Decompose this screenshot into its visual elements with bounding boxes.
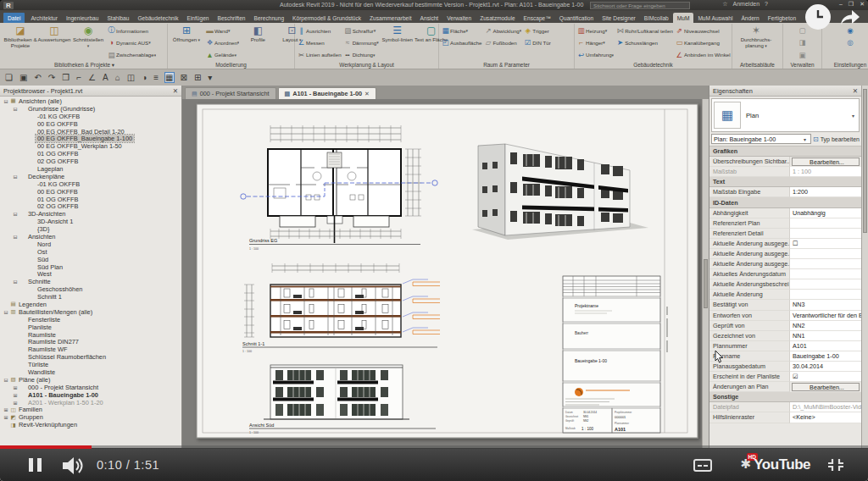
property-row[interactable]: Aktuelle Änderung <box>709 290 861 300</box>
view-tab-baueingabe[interactable]: ▤ A101 - Baueingabe 1-00 ✕ <box>278 87 376 99</box>
edit-type-button[interactable]: ⊡ Typ bearbeiten <box>813 135 860 143</box>
ribbon-button[interactable]: ✶ Durchbruchs-planung ▾ <box>734 25 778 61</box>
ribbon-tab[interactable]: Körpermodell & Grundstück <box>288 13 365 24</box>
customize-icon[interactable]: ▾ <box>208 73 212 82</box>
tree-item[interactable]: Schlüssel Raumoberflächen <box>3 353 181 361</box>
properties-icon[interactable]: ▦ <box>165 73 173 82</box>
progress-bar[interactable] <box>0 445 868 449</box>
tree-expander-icon[interactable]: ⊟ <box>3 309 9 315</box>
tree-item[interactable]: ⊞ ◩ Gruppen <box>3 413 181 421</box>
ribbon-button[interactable]: ☰ Symbol-linien <box>381 25 415 61</box>
ribbon-button[interactable]: ▨ Schraffur ▾ <box>343 25 379 36</box>
ribbon-button[interactable]: ◑ Dynamic AUS ▾ <box>107 36 156 48</box>
ribbon-tab[interactable]: Enscape™ <box>520 13 555 24</box>
tree-item[interactable]: Nord <box>3 240 181 248</box>
tree-item[interactable]: Türliste <box>3 361 181 368</box>
tree-item[interactable]: ⊟ Schnitte <box>3 278 181 285</box>
view-tab-startansicht[interactable]: ▤ 000 - Projekt Startansicht <box>185 87 276 99</box>
ribbon-tab[interactable]: Beschriften <box>214 13 250 24</box>
ribbon-button[interactable]: ⌐ Hänger ▾ <box>576 36 614 48</box>
minimize-button[interactable]: – <box>839 1 843 8</box>
property-row[interactable]: Sonstige <box>709 392 861 402</box>
ribbon-tab[interactable]: MuM <box>673 13 694 24</box>
ribbon-tab[interactable]: Zusatzmodule <box>476 13 519 24</box>
type-selector[interactable]: ▦ Plan ▾ <box>711 98 860 132</box>
tree-item[interactable]: 00 EG OKFFB_Bad Detail 1-20 <box>3 128 181 135</box>
tree-item[interactable]: ⊟ Deckenpläne <box>3 173 181 180</box>
close-hidden-windows-icon[interactable]: ⊠ <box>181 73 187 82</box>
property-row[interactable]: Aktuelle Änderung ausgege... ☐ <box>709 239 861 249</box>
tree-item[interactable]: -01 KG OKFFB <box>3 180 181 188</box>
tree-item[interactable]: Geschosshöhen <box>3 285 181 293</box>
properties-scrollbar[interactable] <box>861 86 868 481</box>
property-row[interactable]: Aktuelles Änderungsdatum <box>709 269 861 279</box>
ribbon-button[interactable]: ↗ Abwicklung ▾ <box>484 25 522 36</box>
ribbon-tab[interactable]: Ingenieurbau <box>62 13 103 24</box>
tree-item[interactable]: -01 KG OKFFB <box>3 113 181 120</box>
tree-item[interactable]: Raumliste <box>3 331 181 339</box>
property-row[interactable]: Maßstab Eingabe 1:200 <box>709 187 861 197</box>
ribbon-button[interactable]: ➤ Schusslängen <box>615 36 673 48</box>
tree-item[interactable]: ⊟ ▥ Bauteillisten/Mengen (alle) <box>3 308 181 316</box>
property-row[interactable]: Referenziert Plan <box>709 218 861 229</box>
tree-item[interactable]: ⊟ ▦ Ansichten (alle) <box>3 97 181 105</box>
tree-item[interactable]: ⊞ 000 - Projekt Startansicht <box>3 384 181 391</box>
tree-item[interactable]: Lageplan <box>3 165 181 173</box>
property-row[interactable]: Grafiken <box>709 147 861 157</box>
tree-item[interactable]: Fensterliste <box>3 316 181 323</box>
youtube-logo[interactable]: YouTube <box>754 456 810 473</box>
open-icon[interactable]: ❏ <box>5 73 13 82</box>
ribbon-button[interactable]: ╍ Dichtung ▾ <box>343 49 379 61</box>
ribbon-button[interactable]: ▥ Heizung ▾ <box>576 25 614 36</box>
ribbon-tab[interactable]: Verwalten <box>442 13 476 24</box>
property-row[interactable]: Referenziert Detail <box>709 229 861 239</box>
ribbon-button[interactable]: ▲ Gelände ▾ <box>205 49 239 61</box>
ribbon-button[interactable]: ≈ Dämmung ▾ <box>343 36 379 48</box>
ribbon-tab[interactable]: Ansicht <box>416 13 443 24</box>
ribbon-button[interactable]: ∠ Anbinden im Winkel <box>675 49 731 61</box>
ribbon-panel-label[interactable]: Modellierung <box>170 61 292 69</box>
redo-icon[interactable]: ↷ <box>48 73 55 82</box>
captions-button[interactable] <box>693 459 712 472</box>
ribbon-panel-label[interactable]: Gebäudetechnik <box>576 61 730 69</box>
property-row[interactable]: Entworfen von Verantwortlicher für den E… <box>709 311 861 321</box>
tree-item[interactable]: {3D} <box>3 225 181 233</box>
ribbon-button[interactable]: ▬ Wand ▾ <box>205 25 239 36</box>
volume-button[interactable] <box>63 457 86 474</box>
help-icon[interactable]: ? <box>765 1 768 8</box>
tree-expander-icon[interactable]: ⊟ <box>3 377 9 383</box>
property-row[interactable]: Plannummer A101 <box>709 341 861 351</box>
tree-item[interactable]: ⊞ A101 - Baueingabe 1-00 <box>3 391 181 399</box>
ribbon-panel-label[interactable]: Arbeitsabläufe <box>734 61 781 69</box>
tree-expander-icon[interactable]: ⊞ <box>12 392 19 398</box>
restore-button[interactable]: ❐ <box>849 1 854 8</box>
ribbon-button[interactable]: ∠ Messen <box>297 36 342 48</box>
property-row[interactable]: Maßstab 1 : 100 <box>709 167 861 177</box>
ribbon-panel-label[interactable]: Raum & Parameter <box>441 61 572 69</box>
tree-expander-icon[interactable]: ⊟ <box>12 174 19 180</box>
ribbon-button[interactable]: ◉ Schnittstellen ▾ <box>71 25 105 61</box>
tree-item[interactable]: ◨ Revit-Verknüpfungen <box>3 421 181 428</box>
section-icon[interactable]: ◫ <box>127 73 135 82</box>
ribbon-button[interactable]: ▤ Zwischenablage ▾ <box>107 49 156 61</box>
ribbon-panel-label[interactable]: Bibliotheken & Projekte ▾ <box>3 61 165 69</box>
ribbon-tab[interactable]: Berechnung <box>250 13 289 24</box>
tree-item[interactable]: 00 EG OKFFB <box>3 120 181 128</box>
ribbon-button[interactable]: ▦ Fläche ▾ <box>441 25 482 36</box>
tree-expander-icon[interactable]: ⊞ <box>12 384 19 390</box>
ribbon-button[interactable]: ☑ DIN Tür <box>523 36 551 48</box>
tree-expander-icon[interactable]: ⊞ <box>3 414 9 420</box>
property-row[interactable]: Aktuelle Änderung ausgege... <box>709 259 861 269</box>
tree-item[interactable]: Süd <box>3 256 181 263</box>
tree-expander-icon[interactable]: ⊟ <box>12 211 19 217</box>
canvas-scrollbar[interactable] <box>702 99 709 481</box>
type-combo[interactable]: Plan: Baueingabe 1-00 ▾ <box>711 134 811 144</box>
ribbon-tab[interactable]: BIMcollab <box>640 13 673 24</box>
tree-item[interactable]: Raumliste DIN277 <box>3 339 181 346</box>
ribbon-button[interactable]: ⋈ Rohr/Luftkanal teilen <box>615 25 673 36</box>
tree-expander-icon[interactable]: ⊞ <box>3 406 9 412</box>
tree-item[interactable]: 02 OG OKFFB <box>3 158 181 165</box>
property-row[interactable]: Hilfslinienraster <Keine> <box>709 412 861 423</box>
tree-item[interactable]: 00 EG OKFFB <box>3 188 181 196</box>
property-row[interactable]: Geprüft von NN2 <box>709 321 861 331</box>
